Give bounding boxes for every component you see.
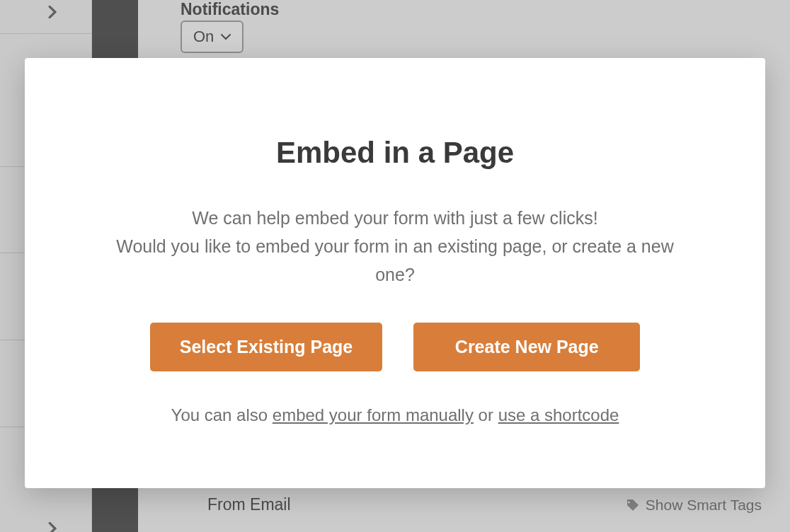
modal-button-row: Select Existing Page Create New Page	[150, 323, 641, 371]
select-existing-page-button[interactable]: Select Existing Page	[150, 323, 383, 371]
modal-footer-text: You can also embed your form manually or…	[171, 405, 619, 425]
modal-description: We can help embed your form with just a …	[112, 204, 678, 289]
create-new-page-button[interactable]: Create New Page	[413, 323, 640, 371]
embed-modal: Embed in a Page We can help embed your f…	[25, 58, 765, 488]
modal-title: Embed in a Page	[276, 136, 514, 170]
embed-manually-link[interactable]: embed your form manually	[273, 405, 474, 424]
use-shortcode-link[interactable]: use a shortcode	[498, 405, 619, 424]
